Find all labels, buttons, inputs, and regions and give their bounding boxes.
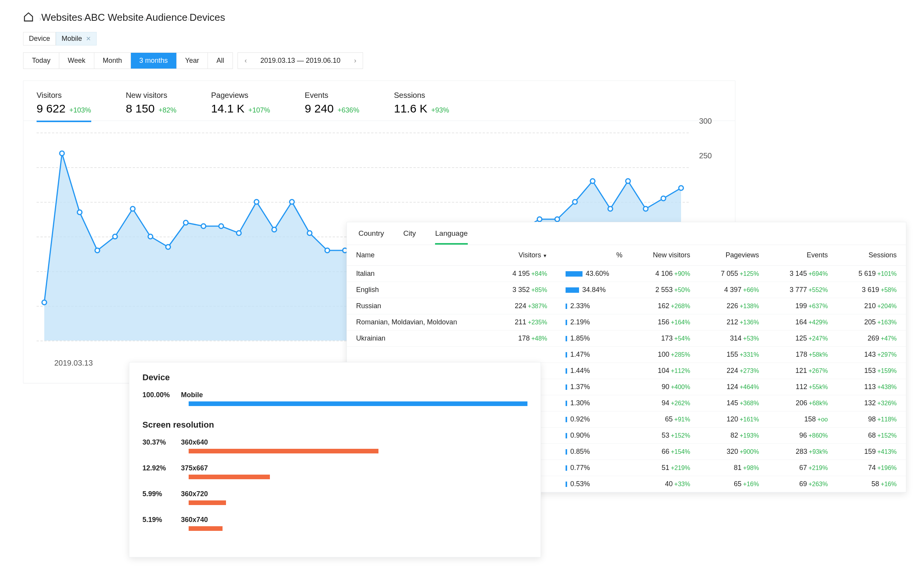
filter-key-label: Device (29, 35, 50, 43)
bar-label: 360x720 (181, 490, 231, 498)
bar-label: 360x640 (181, 438, 231, 446)
device-title: Device (142, 373, 527, 383)
home-icon[interactable] (23, 12, 34, 23)
close-icon[interactable]: ✕ (86, 35, 91, 42)
range-option[interactable]: Year (177, 53, 208, 69)
svg-point-36 (679, 186, 683, 190)
kpi-label: Pageviews (211, 91, 270, 100)
svg-point-30 (572, 200, 577, 204)
filter-key[interactable]: Device (23, 32, 56, 45)
bar-row: 5.19%360x740 (142, 516, 527, 531)
kpi-value: 8 150 (126, 102, 155, 115)
filter-value[interactable]: Mobile ✕ (56, 32, 97, 45)
kpi-value: 9 240 (305, 102, 334, 115)
chevron-left-icon[interactable]: ‹ (238, 57, 253, 65)
range-option[interactable]: Today (23, 53, 59, 69)
svg-point-4 (113, 234, 117, 239)
range-option[interactable]: Week (59, 53, 94, 69)
kpi[interactable]: Sessions11.6 K+93% (394, 91, 449, 115)
lang-name: Romanian, Moldavian, Moldovan (356, 318, 457, 326)
range-option[interactable]: All (208, 53, 233, 69)
table-header[interactable]: % (556, 245, 631, 266)
kpi[interactable]: Visitors9 622+103% (37, 91, 91, 122)
svg-point-28 (537, 217, 542, 222)
svg-point-15 (307, 231, 312, 235)
svg-point-14 (290, 200, 294, 204)
bar-fill (189, 500, 226, 505)
geo-tabs: CountryCityLanguage (347, 222, 906, 245)
kpi[interactable]: Events9 240+636% (305, 91, 360, 115)
bar-pct: 5.19% (142, 516, 173, 524)
bar-fill (189, 401, 527, 406)
bar-fill (189, 526, 223, 531)
bar-row: 100.00%Mobile (142, 391, 527, 406)
lang-name: Italian (356, 270, 375, 277)
chevron-right-icon[interactable]: › (347, 57, 363, 65)
table-row[interactable]: Russian224+387%2.33%162+268%226+138%199+… (347, 298, 906, 314)
table-header[interactable]: Pageviews (700, 245, 768, 266)
bar-label: 375x667 (181, 464, 231, 472)
date-range-picker[interactable]: ‹ 2019.03.13 — 2019.06.10 › (238, 52, 363, 69)
table-row[interactable]: Italian4 195+84%43.60%4 106+90%7 055+125… (347, 266, 906, 282)
svg-point-0 (42, 300, 47, 305)
breadcrumb-item[interactable]: Devices (189, 12, 225, 23)
lang-name: Russian (356, 302, 381, 310)
resolution-title: Screen resolution (142, 420, 527, 430)
table-header[interactable]: Events (768, 245, 837, 266)
bar-label: Mobile (181, 391, 231, 399)
bar-track (189, 526, 527, 531)
range-segmented: TodayWeekMonth3 monthsYearAll (23, 52, 233, 69)
kpi-delta: +636% (338, 106, 360, 114)
kpi-delta: +103% (69, 106, 91, 114)
bar-track (189, 475, 527, 479)
chart-y-tick: 250 (699, 151, 712, 160)
tab[interactable]: City (403, 229, 416, 245)
table-header[interactable]: New visitors (632, 245, 700, 266)
kpi-delta: +93% (431, 106, 449, 114)
kpi[interactable]: New visitors8 150+82% (126, 91, 177, 115)
svg-point-31 (590, 179, 595, 183)
sort-desc-icon: ▼ (542, 253, 547, 258)
svg-point-13 (272, 227, 276, 232)
bar-row: 30.37%360x640 (142, 438, 527, 453)
tab[interactable]: Language (435, 229, 468, 245)
range-row: TodayWeekMonth3 monthsYearAll ‹ 2019.03.… (23, 52, 901, 69)
bar-track (189, 449, 527, 453)
kpi[interactable]: Pageviews14.1 K+107% (211, 91, 270, 115)
kpi-value: 14.1 K (211, 102, 244, 115)
tab[interactable]: Country (358, 229, 384, 245)
table-header[interactable]: Name (347, 245, 492, 266)
kpi-label: New visitors (126, 91, 177, 100)
bar-row: 12.92%375x667 (142, 464, 527, 479)
svg-point-11 (236, 231, 241, 235)
lang-name: Ukrainian (356, 334, 385, 342)
svg-point-33 (626, 179, 630, 183)
svg-point-3 (95, 248, 100, 253)
svg-point-6 (148, 234, 153, 239)
table-header[interactable]: Sessions (837, 245, 906, 266)
bar-label: 360x740 (181, 516, 231, 524)
kpi-delta: +82% (159, 106, 177, 114)
filter-value-label: Mobile (62, 35, 82, 43)
table-header[interactable]: Visitors▼ (492, 245, 556, 266)
device-card: Device 100.00%Mobile Screen resolution 3… (129, 362, 541, 557)
svg-point-29 (555, 217, 559, 222)
svg-point-1 (60, 151, 64, 156)
kpi-row: Visitors9 622+103%New visitors8 150+82%P… (23, 81, 735, 121)
table-row[interactable]: Ukrainian178+48%1.85%173+54%314+53%125+2… (347, 331, 906, 347)
breadcrumb-item[interactable]: ABC Website (84, 12, 144, 23)
table-row[interactable]: Romanian, Moldavian, Moldovan211+235%2.1… (347, 314, 906, 331)
chart-x-start-label: 2019.03.13 (54, 359, 93, 368)
breadcrumb-item[interactable]: Audience (146, 12, 187, 23)
range-option[interactable]: 3 months (131, 53, 177, 69)
breadcrumb-item[interactable]: Websites (41, 12, 82, 23)
svg-point-7 (166, 245, 171, 249)
table-row[interactable]: 1.47%100+285%155+331%178+58k%143+297% (347, 347, 906, 363)
range-option[interactable]: Month (94, 53, 131, 69)
svg-point-2 (77, 210, 82, 215)
bar-track (189, 401, 527, 406)
svg-point-10 (219, 224, 223, 228)
svg-point-8 (184, 220, 188, 225)
table-row[interactable]: English3 352+85%34.84%2 553+50%4 397+66%… (347, 282, 906, 298)
svg-point-12 (254, 200, 259, 204)
